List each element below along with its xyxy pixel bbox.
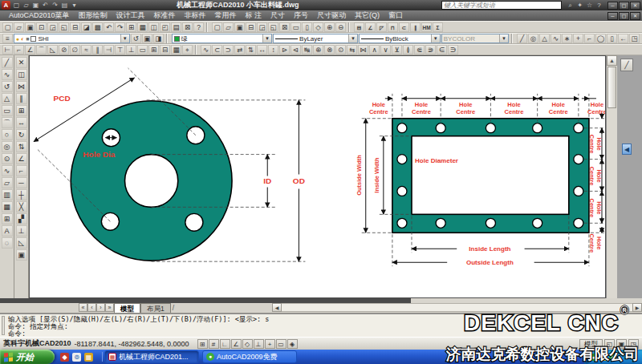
search-input[interactable] <box>442 2 561 9</box>
dim-tool-icon[interactable]: ⌒ <box>36 45 47 55</box>
toolbar-icon[interactable]: ◲ <box>257 22 267 32</box>
layer-tool-icon[interactable]: ◨ <box>153 34 164 43</box>
draw-tool-icon[interactable]: △ <box>539 34 550 43</box>
dim-tool-icon[interactable]: ▦ <box>171 45 181 55</box>
infocenter-icon[interactable]: ☆ <box>585 1 594 10</box>
layer-tool-icon[interactable]: ↺ <box>131 34 141 43</box>
toolbar-icon[interactable]: ▦ <box>137 22 148 32</box>
toolbar-icon[interactable]: ⊠ <box>182 22 193 32</box>
status-toggle-button[interactable]: ◈ <box>287 339 298 349</box>
dim-tool-icon[interactable]: ⇅ <box>246 45 256 55</box>
tab-layout1[interactable]: 布局1 <box>140 303 171 313</box>
scroll-right-icon[interactable]: ▶ <box>632 303 642 312</box>
dim-tool-icon[interactable]: ⇆ <box>347 45 357 55</box>
color-combo[interactable]: 绿 ▼ <box>172 34 272 43</box>
tray-icon[interactable]: ● <box>590 354 597 361</box>
toolbar-icon[interactable]: ▢ <box>212 22 222 32</box>
layer-tool-icon[interactable]: ▣ <box>142 34 152 43</box>
command-window-grip[interactable] <box>2 316 5 335</box>
doc-close-button[interactable]: ✕ <box>630 12 640 20</box>
draw-tool-icon[interactable]: ◳ <box>629 34 640 43</box>
scroll-up-icon[interactable]: ▲ <box>607 55 617 66</box>
modify-palette-icon[interactable]: ─ <box>16 177 27 188</box>
doc-minimize-button[interactable]: ─ <box>607 12 618 20</box>
modify-palette-icon[interactable]: ✕ <box>16 57 27 68</box>
tray-icon[interactable]: ◆ <box>599 354 607 361</box>
draw-palette-icon[interactable]: ⌒ <box>2 117 13 128</box>
toolbar-icon[interactable]: ◸ <box>376 22 387 32</box>
toolbar-icon[interactable]: ⊡ <box>36 22 47 32</box>
draw-palette-icon[interactable]: ◎ <box>2 141 13 152</box>
draw-palette-icon[interactable]: ▥ <box>2 189 13 200</box>
draw-palette-icon[interactable]: ▱ <box>2 177 13 188</box>
toolbar-icon[interactable]: ▢ <box>2 22 13 32</box>
status-icon[interactable]: ▣ <box>616 339 627 349</box>
status-toggle-button[interactable]: ∠ <box>231 339 242 349</box>
quick-access-icon[interactable]: ▾ <box>70 1 79 10</box>
drawing-canvas[interactable]: .dim{stroke:#111;stroke-width:1;fill:non… <box>29 55 606 298</box>
modify-palette-icon[interactable]: ▞ <box>16 213 27 224</box>
dim-tool-icon[interactable]: ∥ <box>92 45 103 55</box>
dim-tool-icon[interactable]: ↔ <box>257 45 267 55</box>
menu-item[interactable]: 窗口 <box>384 10 407 21</box>
draw-palette-icon[interactable]: ▦ <box>2 201 13 212</box>
dim-tool-icon[interactable]: ⌐ <box>14 45 24 55</box>
draw-tool-icon[interactable]: ╱ <box>517 34 527 43</box>
toolbar-icon[interactable]: ⊟ <box>354 22 364 32</box>
tab-nav-icon[interactable]: ‹ <box>87 303 96 312</box>
quick-access-icon[interactable]: ↶ <box>41 1 50 10</box>
dim-tool-icon[interactable]: ⊲ <box>291 45 301 55</box>
menu-item[interactable]: 尺寸驱动 <box>313 10 350 21</box>
tray-icon[interactable]: ▲ <box>609 354 616 361</box>
toolbar-icon[interactable]: ▣ <box>234 22 245 32</box>
toolbar-icon[interactable]: ⊟ <box>70 22 80 32</box>
draw-tool-icon[interactable]: ∗ <box>562 34 572 43</box>
draw-tool-icon[interactable]: ⌐ <box>584 34 595 43</box>
dim-tool-icon[interactable]: ⇄ <box>234 45 245 55</box>
taskbar-task-autocad[interactable]: ● AutoCAD2009免费 <box>202 350 297 363</box>
toolbar-icon[interactable]: ▯ <box>302 22 312 32</box>
toolbar-icon[interactable]: ↶ <box>104 22 114 32</box>
layer-combo[interactable]: ● ◐ ■ SHI ▼ <box>14 34 130 43</box>
status-icon[interactable]: ◳ <box>628 339 639 349</box>
draw-tool-icon[interactable]: + <box>573 34 583 43</box>
toolbar-icon[interactable]: ▱ <box>223 22 234 32</box>
draw-palette-icon[interactable]: ⊞ <box>2 213 13 224</box>
quick-access-icon[interactable]: ▤ <box>60 1 69 10</box>
draw-tool-icon[interactable]: ▯ <box>607 34 617 43</box>
toolbar-icon[interactable]: ∥ <box>410 22 421 32</box>
taskbar-task-cad[interactable]: ▦ 机械工程师CAD201... <box>104 350 199 363</box>
dim-tool-icon[interactable]: ⊳ <box>279 45 290 55</box>
toolbar-icon[interactable]: ▱ <box>14 22 24 32</box>
quick-launch-icon[interactable]: ▦ <box>84 353 93 362</box>
vertical-scrollbar[interactable]: ▲ <box>606 55 617 298</box>
start-button[interactable]: 开始 <box>0 350 55 364</box>
status-toggle-button[interactable]: ⊞ <box>197 339 208 349</box>
dim-tool-icon[interactable]: ↕ <box>268 45 278 55</box>
edit-tool-button[interactable]: ╱ <box>620 59 633 71</box>
infocenter-icon[interactable]: ✦ <box>575 1 584 10</box>
scrollbar-thumb[interactable] <box>607 67 616 108</box>
close-button[interactable]: ✕ <box>630 2 640 10</box>
quick-access-icon[interactable]: ▢ <box>12 1 21 10</box>
chevron-down-icon[interactable]: ▼ <box>431 34 440 42</box>
lineweight-combo[interactable]: ByBlock ▼ <box>359 34 441 43</box>
dim-tool-icon[interactable]: ⊂ <box>212 45 222 55</box>
status-toggle-button[interactable]: ⊥ <box>254 339 264 349</box>
tab-model[interactable]: 模型 <box>114 303 140 313</box>
status-toggle-button[interactable]: + <box>265 339 275 349</box>
toolbar-icon[interactable]: ↷ <box>115 22 125 32</box>
modify-palette-icon[interactable]: ◫ <box>16 69 27 80</box>
draw-palette-icon[interactable]: A <box>2 225 13 237</box>
dim-tool-icon[interactable]: ∈ <box>437 45 447 55</box>
modify-palette-icon[interactable]: ◺ <box>16 237 27 249</box>
menu-item[interactable]: 尺寸 <box>266 10 289 21</box>
toolbar-icon[interactable]: ◇ <box>313 22 323 32</box>
dim-tool-icon[interactable]: ≬ <box>403 45 413 55</box>
app-logo-icon[interactable]: A <box>2 1 10 10</box>
dim-tool-icon[interactable]: ↹ <box>302 45 312 55</box>
toolbar-icon[interactable]: ▭ <box>291 22 301 32</box>
dim-tool-icon[interactable]: ∋ <box>448 45 458 55</box>
modify-palette-icon[interactable]: ┼ <box>16 189 27 200</box>
toolbar-icon[interactable]: ∠ <box>365 22 376 32</box>
